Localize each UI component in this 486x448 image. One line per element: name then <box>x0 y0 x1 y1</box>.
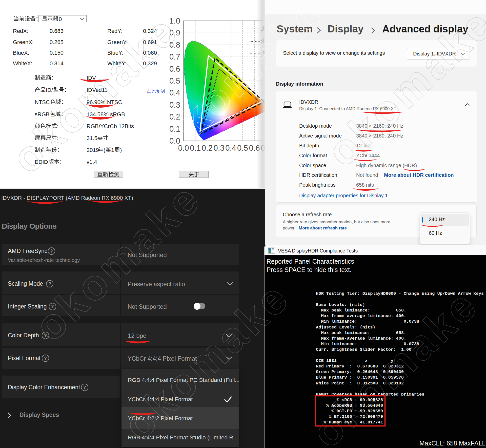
svg-text:0.6: 0.6 <box>169 65 180 73</box>
svg-text:0.0: 0.0 <box>178 144 189 152</box>
svg-text:1.0: 1.0 <box>169 16 180 25</box>
svg-text:0.7: 0.7 <box>169 52 180 61</box>
svg-text:0.5: 0.5 <box>237 144 248 152</box>
svg-text:0.1: 0.1 <box>169 125 180 133</box>
svg-text:0.4: 0.4 <box>169 88 180 97</box>
svg-text:0.5: 0.5 <box>169 76 180 85</box>
svg-text:0.3: 0.3 <box>214 144 225 152</box>
svg-text:0.2: 0.2 <box>202 144 213 152</box>
svg-text:0.1: 0.1 <box>190 144 201 152</box>
svg-text:0.2: 0.2 <box>169 112 180 121</box>
svg-text:0.9: 0.9 <box>169 28 180 37</box>
svg-text:0.4: 0.4 <box>225 144 236 152</box>
svg-text:0.8: 0.8 <box>169 41 180 49</box>
svg-text:0.3: 0.3 <box>169 101 180 109</box>
